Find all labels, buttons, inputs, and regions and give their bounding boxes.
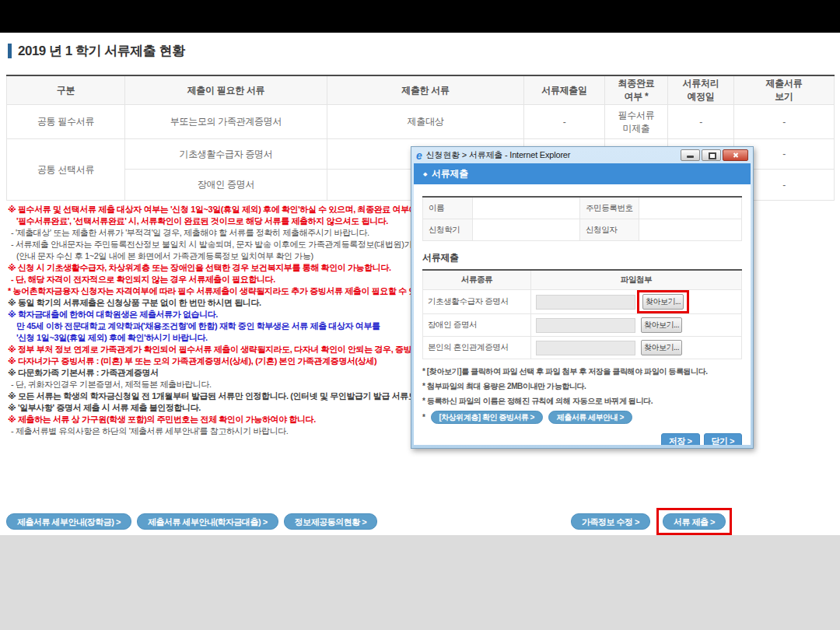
footer-area [0,535,840,630]
attach-row: 장애인 증명서 찾아보기... [423,314,742,337]
popup-body: ◆ 서류제출 이름 주민등록번호 신청학기 신청일자 [414,163,751,445]
bottom-right-buttons: 가족정보 수정 > 서류 제출 > [571,508,732,535]
attach-row: 기초생활수급자 증명서 찾아보기... [423,290,742,314]
popup-content: 이름 주민등록번호 신청학기 신청일자 서류제출 [414,184,751,445]
page: 2019 년 1 학기 서류제출 현황 구분 제출이 필요한 서류 제출한 서류… [0,0,840,630]
file-path-input[interactable] [536,295,635,310]
cell-category: 공통 필수서류 [7,105,125,139]
popup-titlebar[interactable]: e 신청현황 > 서류제출 - Internet Explorer [414,147,751,163]
cell-due-date: - [668,105,734,139]
file-attach-table: 서류종류 파일첨부 기초생활수급자 증명서 찾아보기... [422,269,742,359]
detail-guide-loan-button[interactable]: 제출서류 세부안내(학자금대출) > [137,513,278,530]
rrn-value [639,197,742,219]
popup-header-title: 서류제출 [432,167,468,180]
name-value [473,197,580,219]
popup-note-line: * 첨부파일의 최대 용량은 2MB이내만 가능합니다. [422,381,742,392]
minimize-icon [687,156,694,158]
col-header-view: 제출서류 보기 [734,75,835,105]
family-info-edit-button[interactable]: 가족정보 수정 > [571,513,650,530]
attach-doc-name: 장애인 증명서 [423,314,531,337]
close-icon [723,150,747,160]
semester-value [473,219,580,241]
attach-doc-name: 기초생활수급자 증명서 [423,290,531,314]
table-header-row: 구분 제출이 필요한 서류 제출한 서류 서류제출일 최종완료 여부 * 서류처… [7,75,835,105]
cell-required-doc: 부또는모의 가족관계증명서 [125,105,327,139]
table-row: 공통 필수서류 부또는모의 가족관계증명서 제출대상 - 필수서류 미제출 - … [7,105,835,139]
rrn-label: 주민등록번호 [580,197,639,219]
semester-label: 신청학기 [423,219,473,241]
title-accent-bar [8,44,12,58]
maximize-icon [709,152,716,159]
applicant-info-table: 이름 주민등록번호 신청학기 신청일자 [422,196,742,241]
cell-required-doc: 장애인 증명서 [125,170,327,201]
cell-required-doc: 기초생활수급자 증명서 [125,139,327,170]
browse-button[interactable]: 찾아보기... [642,294,684,310]
document-submit-button[interactable]: 서류 제출 > [663,513,726,530]
col-header-submitted-doc: 제출한 서류 [327,75,524,105]
cell-final-status: 필수서류 미제출 [605,105,668,139]
name-label: 이름 [423,197,473,219]
col-header-category: 구분 [7,75,125,105]
apply-date-value [639,219,742,241]
page-title-row: 2019 년 1 학기 서류제출 현황 [8,42,184,60]
cell-view: - [734,105,835,139]
window-controls [681,149,748,161]
bottom-left-buttons: 제출서류 세부안내(장학금) > 제출서류 세부안내(학자금대출) > 정보제공… [6,513,377,530]
col-header-final-status: 최종완료 여부 * [605,75,668,105]
close-button[interactable] [723,149,748,161]
apply-date-label: 신청일자 [580,219,639,241]
maximize-button[interactable] [702,149,721,161]
popup-note-line: * [찾아보기]를 클릭하여 파일 선택 후 파일 첨부 후 저장을 클릭해야 … [422,366,742,377]
attach-col-file: 파일첨부 [531,270,742,290]
attach-row: 본인의 혼인관계증명서 찾아보기... [423,337,742,359]
diamond-bullet-icon: ◆ [423,171,427,177]
browse-button[interactable]: 찾아보기... [641,317,682,333]
browse-button[interactable]: 찾아보기... [641,340,682,355]
popup-note-line: * 등록하신 파일의 이름은 정해진 규칙에 의해 자동으로 바뀌게 됩니다. [422,396,742,407]
attach-col-doc-type: 서류종류 [423,270,531,290]
bottom-action-row: 제출서류 세부안내(장학금) > 제출서류 세부안내(학자금대출) > 정보제공… [6,507,834,535]
popup-close-button[interactable]: 닫기 > [704,433,742,445]
top-black-bar [0,0,840,33]
submit-docs-detail-guide-button[interactable]: 제출서류 세부안내 > [548,411,632,424]
popup-header-bar: ◆ 서류제출 [414,163,751,184]
col-header-submit-date: 서류제출일 [524,75,605,105]
note-asterisk: * [422,413,425,422]
ie-popup-window: e 신청현황 > 서류제출 - Internet Explorer ◆ 서류제출… [411,146,754,449]
popup-window-title: 신청현황 > 서류제출 - Internet Explorer [426,149,681,161]
attach-section-title: 서류제출 [422,251,742,264]
cell-submitted-doc: 제출대상 [327,105,524,139]
popup-notes: * [찾아보기]를 클릭하여 파일 선택 후 파일 첨부 후 저장을 클릭해야 … [422,366,742,424]
info-consent-status-button[interactable]: 정보제공동의현황 > [284,513,377,530]
file-path-input[interactable] [536,341,635,355]
file-path-input[interactable] [536,318,635,333]
popup-action-buttons: 저장 > 닫기 > [422,433,742,445]
minimize-button[interactable] [681,149,700,161]
detail-guide-scholarship-button[interactable]: 제출서류 세부안내(장학금) > [6,513,131,530]
save-button[interactable]: 저장 > [661,433,699,445]
cell-submit-date: - [524,105,605,139]
attach-doc-name: 본인의 혼인관계증명서 [423,337,531,359]
low-income-proof-docs-button[interactable]: [차상위계층] 확인 증빙서류 > [431,411,543,424]
col-header-due-date: 서류처리 예정일 [668,75,734,105]
col-header-required-doc: 제출이 필요한 서류 [125,75,327,105]
highlight-box-submit: 서류 제출 > [656,508,732,535]
highlight-box-browse: 찾아보기... [637,290,689,313]
cell-category: 공통 선택서류 [7,139,125,201]
internet-explorer-icon: e [416,150,422,161]
popup-note-buttons: * [차상위계층] 확인 증빙서류 > 제출서류 세부안내 > [422,411,742,424]
page-title: 2019 년 1 학기 서류제출 현황 [18,42,184,60]
